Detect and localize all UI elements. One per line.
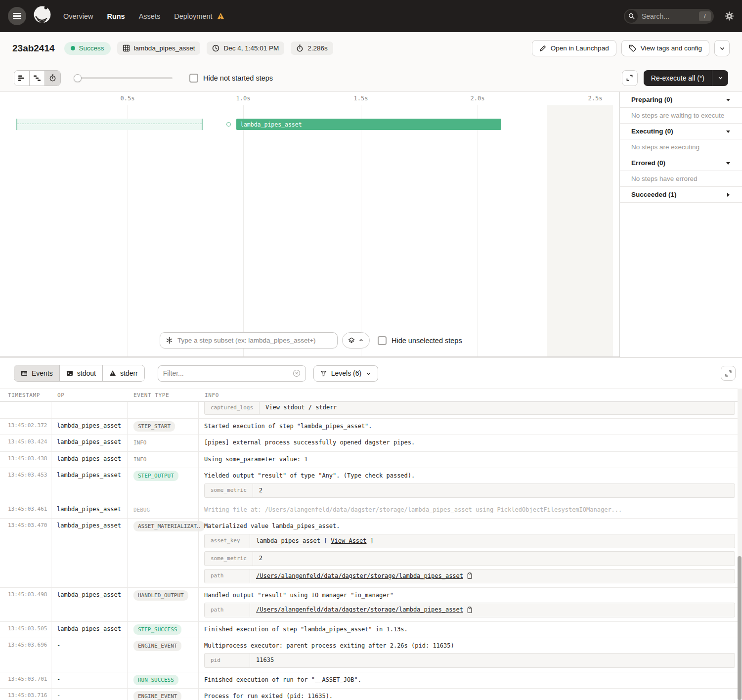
column-header: OP bbox=[51, 392, 127, 398]
metadata-text[interactable]: View stdout / stderr bbox=[265, 403, 337, 412]
log-row[interactable]: 13:45:03.701-RUN_SUCCESSFinished executi… bbox=[0, 672, 742, 689]
search-input[interactable] bbox=[642, 12, 695, 20]
gantt-step-bar[interactable]: lambda_pipes_asset bbox=[236, 119, 501, 130]
log-filter-input[interactable] bbox=[163, 369, 290, 377]
timed-view-button[interactable] bbox=[45, 71, 60, 86]
panel-section-header[interactable]: Executing (0) bbox=[620, 124, 742, 139]
metadata-entry: asset_keylambda_pipes_asset [View Asset] bbox=[204, 534, 735, 548]
log-row[interactable]: 13:45:03.470lambda_pipes_assetASSET_MATE… bbox=[0, 519, 742, 588]
metadata-value: View stdout / stderr bbox=[260, 402, 735, 414]
log-row[interactable]: 13:45:03.505lambda_pipes_assetSTEP_SUCCE… bbox=[0, 622, 742, 638]
table-icon bbox=[21, 370, 28, 377]
log-timestamp: 13:45:02.372 bbox=[0, 419, 51, 435]
nav-item-runs[interactable]: Runs bbox=[107, 12, 125, 20]
event-log-table: TIMESTAMPOPEVENT TYPEINFO captured_logsV… bbox=[0, 389, 742, 700]
slider-handle[interactable] bbox=[74, 74, 82, 82]
clear-filter-icon[interactable] bbox=[293, 369, 301, 377]
metadata-value: 11635 bbox=[250, 654, 735, 667]
flat-view-button[interactable] bbox=[14, 71, 30, 86]
dagster-logo-icon[interactable] bbox=[32, 4, 52, 28]
log-row[interactable]: 13:45:02.372lambda_pipes_assetSTEP_START… bbox=[0, 419, 742, 435]
waterfall-view-button[interactable] bbox=[30, 71, 45, 86]
nav-item-deployment[interactable]: Deployment bbox=[174, 12, 224, 20]
log-message: Multiprocess executor: parent process ex… bbox=[204, 642, 735, 650]
chevron-down-icon bbox=[366, 371, 371, 376]
log-op: lambda_pipes_asset bbox=[51, 435, 127, 451]
gantt-axis-tick: 1.5s bbox=[354, 95, 368, 102]
grid-icon bbox=[123, 44, 130, 52]
gantt-gridline bbox=[128, 105, 128, 356]
gantt-chart: 0.5s1.0s1.5s2.0s2.5s lambda_pipes_asset bbox=[0, 91, 619, 357]
log-tab-stdout[interactable]: stdout bbox=[60, 365, 103, 381]
event-type-badge: INFO bbox=[133, 438, 147, 446]
log-op: lambda_pipes_asset bbox=[51, 452, 127, 468]
metadata-text: 2 bbox=[259, 486, 262, 495]
log-event-type-cell: STEP_OUTPUT bbox=[127, 468, 198, 502]
chevron-up-icon bbox=[358, 338, 364, 343]
log-message: Started execution of step "lambda_pipes_… bbox=[204, 422, 735, 431]
global-search[interactable]: / bbox=[624, 9, 714, 24]
event-type-badge: ENGINE_EVENT bbox=[133, 691, 181, 700]
reexecute-dropdown-button[interactable] bbox=[712, 70, 728, 86]
metadata-link[interactable]: /Users/alangenfeld/data/dagster/storage/… bbox=[256, 606, 463, 614]
metadata-entry: captured_logsView stdout / stderr bbox=[204, 402, 735, 415]
log-scrollbar-track[interactable] bbox=[738, 389, 742, 700]
nav-item-assets[interactable]: Assets bbox=[139, 12, 161, 20]
log-timestamp: 13:45:03.438 bbox=[0, 452, 51, 468]
copy-icon[interactable] bbox=[467, 572, 473, 579]
levels-filter-button[interactable]: Levels (6) bbox=[313, 365, 378, 382]
log-timestamp: 13:45:03.461 bbox=[0, 502, 51, 518]
panel-section-header[interactable]: Succeeded (1) bbox=[620, 187, 742, 203]
graph-query-toggle-button[interactable] bbox=[342, 332, 370, 349]
log-row[interactable]: 13:45:03.438lambda_pipes_assetINFOUsing … bbox=[0, 452, 742, 468]
metadata-entry: some_metric2 bbox=[204, 551, 735, 566]
run-tag[interactable]: Dec 4, 1:45:01 PM bbox=[207, 42, 284, 55]
run-tag[interactable]: lambda_pipes_asset bbox=[117, 42, 201, 55]
settings-gear-icon[interactable] bbox=[725, 11, 734, 21]
status-badge[interactable]: Success bbox=[64, 42, 111, 55]
metadata-link[interactable]: /Users/alangenfeld/data/dagster/storage/… bbox=[256, 572, 463, 580]
log-scrollbar-thumb[interactable] bbox=[738, 556, 742, 700]
log-row[interactable]: 13:45:03.424lambda_pipes_assetINFO[pipes… bbox=[0, 435, 742, 451]
gantt-fullscreen-button[interactable] bbox=[622, 70, 638, 86]
event-type-badge: STEP_START bbox=[133, 421, 175, 432]
logs-fullscreen-button[interactable] bbox=[721, 366, 736, 381]
log-event-type-cell: INFO bbox=[127, 435, 198, 451]
view-tags-config-button[interactable]: View tags and config bbox=[621, 40, 709, 56]
metadata-link[interactable]: View Asset bbox=[331, 537, 366, 545]
pencil-icon bbox=[539, 45, 546, 52]
hide-unselected-checkbox[interactable] bbox=[378, 336, 387, 345]
open-in-launchpad-button[interactable]: Open in Launchpad bbox=[532, 40, 616, 56]
log-tabs: Eventsstdoutstderr bbox=[14, 365, 145, 382]
copy-icon[interactable] bbox=[467, 607, 473, 613]
log-row[interactable]: 13:45:03.461lambda_pipes_assetDEBUGWriti… bbox=[0, 502, 742, 519]
log-filter-box bbox=[158, 365, 306, 382]
log-info: Multiprocess executor: parent process ex… bbox=[198, 638, 742, 672]
event-log-header: TIMESTAMPOPEVENT TYPEINFO bbox=[0, 389, 742, 402]
panel-section-header[interactable]: Errored (0) bbox=[620, 155, 742, 171]
gantt-zoom-slider[interactable] bbox=[74, 74, 173, 82]
step-subset-input[interactable] bbox=[177, 337, 332, 344]
reexecute-all-button[interactable]: Re-execute all (*) bbox=[644, 74, 712, 82]
metadata-key: pid bbox=[205, 654, 250, 667]
run-actions-dropdown-button[interactable] bbox=[714, 40, 730, 56]
log-row[interactable]: 13:45:03.453lambda_pipes_assetSTEP_OUTPU… bbox=[0, 468, 742, 502]
run-tag[interactable]: 2.286s bbox=[291, 42, 333, 55]
hide-not-started-checkbox[interactable] bbox=[189, 74, 198, 83]
log-row[interactable]: 13:45:03.716-ENGINE_EVENTProcess for run… bbox=[0, 689, 742, 700]
log-row[interactable]: captured_logsView stdout / stderr bbox=[0, 402, 742, 419]
metadata-entry: pid11635 bbox=[204, 653, 735, 667]
log-row[interactable]: 13:45:03.498lambda_pipes_assetHANDLED_OU… bbox=[0, 588, 742, 622]
metadata-key: path bbox=[205, 603, 250, 616]
gantt-gridline bbox=[243, 105, 244, 356]
nav-item-overview[interactable]: Overview bbox=[63, 12, 93, 20]
log-tab-events[interactable]: Events bbox=[14, 365, 60, 381]
log-op: lambda_pipes_asset bbox=[51, 519, 127, 587]
menu-button[interactable] bbox=[8, 7, 26, 25]
log-row[interactable]: 13:45:03.696-ENGINE_EVENTMultiprocess ex… bbox=[0, 638, 742, 672]
log-info: captured_logsView stdout / stderr bbox=[198, 402, 742, 419]
panel-section-body: No steps are waiting to execute bbox=[620, 108, 742, 124]
metadata-text: ] bbox=[370, 537, 374, 545]
panel-section-header[interactable]: Preparing (0) bbox=[620, 92, 742, 108]
log-tab-stderr[interactable]: stderr bbox=[103, 365, 144, 381]
